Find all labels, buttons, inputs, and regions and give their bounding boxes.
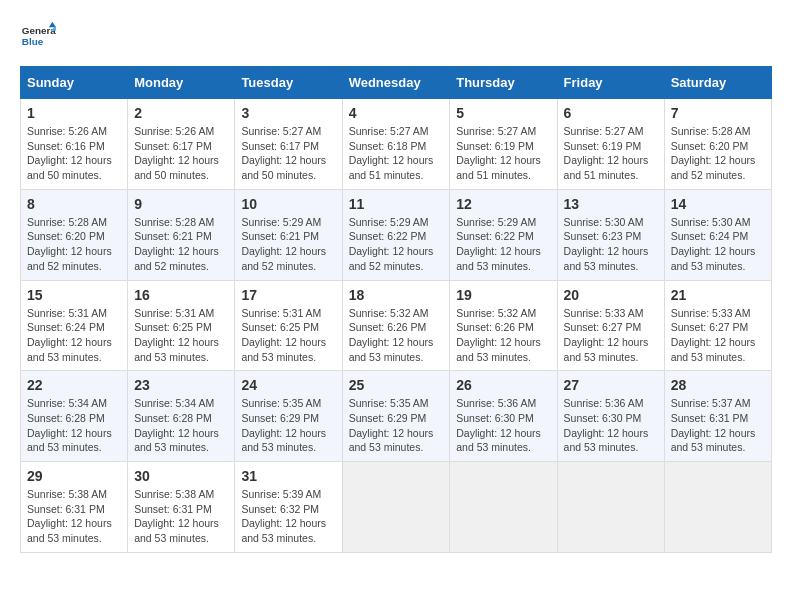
day-number: 18 (349, 287, 444, 303)
calendar-header-thursday: Thursday (450, 67, 557, 99)
calendar-week-row: 15Sunrise: 5:31 AMSunset: 6:24 PMDayligh… (21, 280, 772, 371)
page-header: General Blue (20, 20, 772, 56)
calendar-week-row: 8Sunrise: 5:28 AMSunset: 6:20 PMDaylight… (21, 189, 772, 280)
calendar-week-row: 22Sunrise: 5:34 AMSunset: 6:28 PMDayligh… (21, 371, 772, 462)
calendar-cell: 28Sunrise: 5:37 AMSunset: 6:31 PMDayligh… (664, 371, 771, 462)
day-info: Sunrise: 5:29 AMSunset: 6:22 PMDaylight:… (456, 215, 550, 274)
day-info: Sunrise: 5:30 AMSunset: 6:23 PMDaylight:… (564, 215, 658, 274)
day-info: Sunrise: 5:27 AMSunset: 6:17 PMDaylight:… (241, 124, 335, 183)
day-number: 26 (456, 377, 550, 393)
calendar-header-saturday: Saturday (664, 67, 771, 99)
svg-text:Blue: Blue (22, 36, 44, 47)
day-number: 23 (134, 377, 228, 393)
day-info: Sunrise: 5:27 AMSunset: 6:19 PMDaylight:… (564, 124, 658, 183)
day-number: 1 (27, 105, 121, 121)
calendar-header-monday: Monday (128, 67, 235, 99)
calendar-cell (342, 462, 450, 553)
day-info: Sunrise: 5:32 AMSunset: 6:26 PMDaylight:… (456, 306, 550, 365)
calendar-cell: 17Sunrise: 5:31 AMSunset: 6:25 PMDayligh… (235, 280, 342, 371)
day-info: Sunrise: 5:39 AMSunset: 6:32 PMDaylight:… (241, 487, 335, 546)
day-number: 29 (27, 468, 121, 484)
day-info: Sunrise: 5:33 AMSunset: 6:27 PMDaylight:… (671, 306, 765, 365)
day-number: 31 (241, 468, 335, 484)
day-number: 7 (671, 105, 765, 121)
day-info: Sunrise: 5:38 AMSunset: 6:31 PMDaylight:… (134, 487, 228, 546)
day-info: Sunrise: 5:26 AMSunset: 6:17 PMDaylight:… (134, 124, 228, 183)
calendar-cell: 14Sunrise: 5:30 AMSunset: 6:24 PMDayligh… (664, 189, 771, 280)
day-number: 25 (349, 377, 444, 393)
day-info: Sunrise: 5:34 AMSunset: 6:28 PMDaylight:… (134, 396, 228, 455)
day-number: 20 (564, 287, 658, 303)
day-number: 28 (671, 377, 765, 393)
calendar-cell: 23Sunrise: 5:34 AMSunset: 6:28 PMDayligh… (128, 371, 235, 462)
day-info: Sunrise: 5:28 AMSunset: 6:21 PMDaylight:… (134, 215, 228, 274)
day-info: Sunrise: 5:32 AMSunset: 6:26 PMDaylight:… (349, 306, 444, 365)
day-number: 19 (456, 287, 550, 303)
calendar-cell (664, 462, 771, 553)
calendar-cell: 22Sunrise: 5:34 AMSunset: 6:28 PMDayligh… (21, 371, 128, 462)
day-number: 9 (134, 196, 228, 212)
day-number: 2 (134, 105, 228, 121)
day-number: 27 (564, 377, 658, 393)
day-info: Sunrise: 5:31 AMSunset: 6:25 PMDaylight:… (134, 306, 228, 365)
calendar-week-row: 1Sunrise: 5:26 AMSunset: 6:16 PMDaylight… (21, 99, 772, 190)
day-number: 16 (134, 287, 228, 303)
calendar-cell: 31Sunrise: 5:39 AMSunset: 6:32 PMDayligh… (235, 462, 342, 553)
calendar-cell: 13Sunrise: 5:30 AMSunset: 6:23 PMDayligh… (557, 189, 664, 280)
day-info: Sunrise: 5:28 AMSunset: 6:20 PMDaylight:… (671, 124, 765, 183)
calendar-table: SundayMondayTuesdayWednesdayThursdayFrid… (20, 66, 772, 553)
calendar-cell: 4Sunrise: 5:27 AMSunset: 6:18 PMDaylight… (342, 99, 450, 190)
day-info: Sunrise: 5:31 AMSunset: 6:25 PMDaylight:… (241, 306, 335, 365)
calendar-cell: 7Sunrise: 5:28 AMSunset: 6:20 PMDaylight… (664, 99, 771, 190)
day-number: 6 (564, 105, 658, 121)
day-number: 11 (349, 196, 444, 212)
calendar-cell: 11Sunrise: 5:29 AMSunset: 6:22 PMDayligh… (342, 189, 450, 280)
day-info: Sunrise: 5:26 AMSunset: 6:16 PMDaylight:… (27, 124, 121, 183)
day-number: 24 (241, 377, 335, 393)
calendar-cell: 29Sunrise: 5:38 AMSunset: 6:31 PMDayligh… (21, 462, 128, 553)
calendar-cell: 27Sunrise: 5:36 AMSunset: 6:30 PMDayligh… (557, 371, 664, 462)
day-number: 22 (27, 377, 121, 393)
day-info: Sunrise: 5:36 AMSunset: 6:30 PMDaylight:… (564, 396, 658, 455)
calendar-cell: 3Sunrise: 5:27 AMSunset: 6:17 PMDaylight… (235, 99, 342, 190)
calendar-cell: 18Sunrise: 5:32 AMSunset: 6:26 PMDayligh… (342, 280, 450, 371)
day-number: 21 (671, 287, 765, 303)
calendar-cell: 1Sunrise: 5:26 AMSunset: 6:16 PMDaylight… (21, 99, 128, 190)
calendar-cell: 12Sunrise: 5:29 AMSunset: 6:22 PMDayligh… (450, 189, 557, 280)
day-info: Sunrise: 5:37 AMSunset: 6:31 PMDaylight:… (671, 396, 765, 455)
day-number: 15 (27, 287, 121, 303)
logo: General Blue (20, 20, 56, 56)
calendar-cell: 21Sunrise: 5:33 AMSunset: 6:27 PMDayligh… (664, 280, 771, 371)
calendar-header-friday: Friday (557, 67, 664, 99)
calendar-cell: 19Sunrise: 5:32 AMSunset: 6:26 PMDayligh… (450, 280, 557, 371)
day-info: Sunrise: 5:27 AMSunset: 6:18 PMDaylight:… (349, 124, 444, 183)
day-number: 13 (564, 196, 658, 212)
calendar-header-wednesday: Wednesday (342, 67, 450, 99)
day-number: 3 (241, 105, 335, 121)
calendar-cell: 20Sunrise: 5:33 AMSunset: 6:27 PMDayligh… (557, 280, 664, 371)
logo-icon: General Blue (20, 20, 56, 56)
calendar-cell: 6Sunrise: 5:27 AMSunset: 6:19 PMDaylight… (557, 99, 664, 190)
day-number: 10 (241, 196, 335, 212)
day-info: Sunrise: 5:27 AMSunset: 6:19 PMDaylight:… (456, 124, 550, 183)
day-number: 14 (671, 196, 765, 212)
day-info: Sunrise: 5:35 AMSunset: 6:29 PMDaylight:… (241, 396, 335, 455)
day-info: Sunrise: 5:36 AMSunset: 6:30 PMDaylight:… (456, 396, 550, 455)
calendar-header-sunday: Sunday (21, 67, 128, 99)
calendar-cell: 24Sunrise: 5:35 AMSunset: 6:29 PMDayligh… (235, 371, 342, 462)
day-info: Sunrise: 5:34 AMSunset: 6:28 PMDaylight:… (27, 396, 121, 455)
day-number: 17 (241, 287, 335, 303)
day-info: Sunrise: 5:33 AMSunset: 6:27 PMDaylight:… (564, 306, 658, 365)
calendar-cell: 5Sunrise: 5:27 AMSunset: 6:19 PMDaylight… (450, 99, 557, 190)
calendar-cell: 2Sunrise: 5:26 AMSunset: 6:17 PMDaylight… (128, 99, 235, 190)
day-info: Sunrise: 5:38 AMSunset: 6:31 PMDaylight:… (27, 487, 121, 546)
calendar-cell: 16Sunrise: 5:31 AMSunset: 6:25 PMDayligh… (128, 280, 235, 371)
calendar-cell: 9Sunrise: 5:28 AMSunset: 6:21 PMDaylight… (128, 189, 235, 280)
calendar-week-row: 29Sunrise: 5:38 AMSunset: 6:31 PMDayligh… (21, 462, 772, 553)
day-info: Sunrise: 5:35 AMSunset: 6:29 PMDaylight:… (349, 396, 444, 455)
day-number: 5 (456, 105, 550, 121)
day-info: Sunrise: 5:31 AMSunset: 6:24 PMDaylight:… (27, 306, 121, 365)
day-info: Sunrise: 5:29 AMSunset: 6:21 PMDaylight:… (241, 215, 335, 274)
day-number: 30 (134, 468, 228, 484)
calendar-cell: 8Sunrise: 5:28 AMSunset: 6:20 PMDaylight… (21, 189, 128, 280)
